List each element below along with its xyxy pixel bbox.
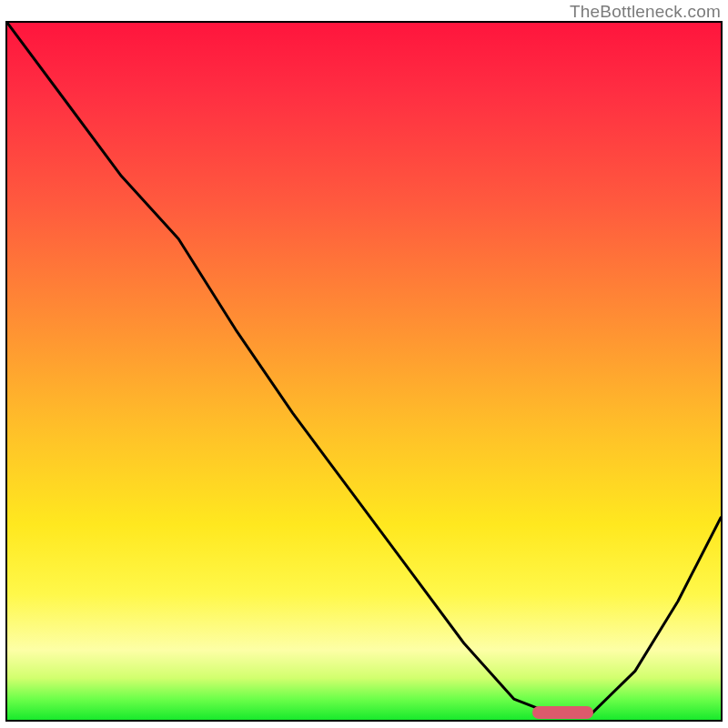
optimal-marker — [532, 706, 593, 719]
chart-frame — [5, 21, 723, 722]
attribution-label: TheBottleneck.com — [570, 2, 721, 22]
curve-svg — [7, 23, 721, 720]
bottleneck-curve-path — [7, 23, 721, 713]
chart-stage: TheBottleneck.com — [0, 0, 728, 728]
